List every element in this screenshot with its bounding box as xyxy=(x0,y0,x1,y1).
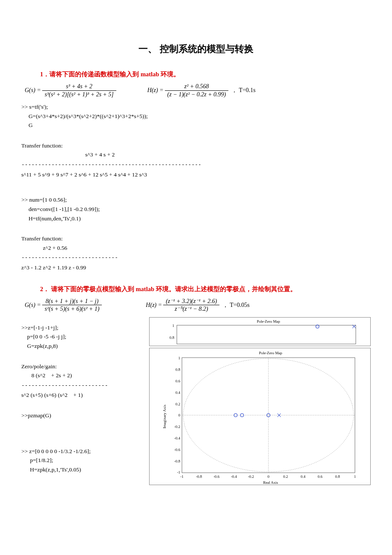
zpg-output: Zero/pole/gain: 8 (s^2 + 2s + 2) -------… xyxy=(21,362,149,400)
svg-text:1: 1 xyxy=(173,324,175,328)
x-axis-label: Real Axis xyxy=(263,480,278,485)
plot1-title: Pole-Zero Map xyxy=(257,319,280,324)
code-line: >> num=[1 0 0.56]; xyxy=(21,195,371,205)
eqH-tail: ， T=0.1s xyxy=(231,87,256,94)
zpg-sep: -------------------------- xyxy=(21,381,149,390)
svg-text:0.4: 0.4 xyxy=(300,474,306,479)
page-title: 一、 控制系统的模型与转换 xyxy=(21,43,371,55)
code-line: G=(s^3+4*s+2)/(s^3*(s^2+2)*((s^2+1)^3+2*… xyxy=(21,112,371,121)
code-line: >> z=[0 0 0 0 0 -1/3.2 -1/2.6]; xyxy=(21,447,149,456)
code-block-1: >> s=tf('s'); G=(s^3+4*s+2)/(s^3*(s^2+2)… xyxy=(21,102,371,130)
tf-label: Transfer function: xyxy=(21,234,371,243)
eqG2-lhs: G(s) = xyxy=(25,302,41,309)
eqG-num: s³ + 4s + 2 xyxy=(42,83,116,90)
eqH2-tail: ， T=0.05s xyxy=(222,301,250,309)
eqH-num: z² + 0.568 xyxy=(165,83,229,90)
eqH-lhs: H(z) = xyxy=(147,87,164,94)
svg-text:-0.2: -0.2 xyxy=(174,425,180,429)
svg-rect-0 xyxy=(177,325,356,344)
code-line: den=conv([1 -1],[1 -0.2 0.99]); xyxy=(21,205,371,214)
code-line: H=tf(num,den,'Ts',0.1) xyxy=(21,214,371,223)
svg-text:0.4: 0.4 xyxy=(176,390,181,395)
eqG-den: s³(s² + 2)[(s² + 1)³ + 2s + 5] xyxy=(42,90,116,98)
eqH2-num: (z⁻¹ + 3.2)(z⁻¹ + 2.6) xyxy=(163,298,219,305)
eqG2-num: 8(s + 1 + j)(s + 1 − j) xyxy=(42,298,102,305)
svg-text:-1: -1 xyxy=(177,470,181,474)
code-line: p=[1/8.2]; xyxy=(21,456,149,465)
eqH2-lhs: H(z) = xyxy=(146,302,162,309)
svg-text:0.8: 0.8 xyxy=(335,474,340,479)
svg-text:-0.8: -0.8 xyxy=(174,459,181,463)
svg-text:-0.4: -0.4 xyxy=(174,436,181,440)
eqH-den: (z − 1)(z² − 0.2z + 0.99) xyxy=(165,90,229,98)
svg-text:-0.2: -0.2 xyxy=(248,474,254,479)
eq-row-1: G(s) = s³ + 4s + 2 s³(s² + 2)[(s² + 1)³ … xyxy=(21,83,371,98)
svg-text:0.8: 0.8 xyxy=(176,367,181,372)
code-line: G=zpk(z,p,8) xyxy=(21,341,149,351)
tf-num: s^3 + 4 s + 2 xyxy=(85,150,371,159)
svg-text:0.6: 0.6 xyxy=(176,379,181,383)
eqG-lhs: G(s) = xyxy=(25,87,41,94)
tf-sep: ----------------------------- xyxy=(21,253,371,262)
code-block-2: >> num=[1 0 0.56]; den=conv([1 -1],[1 -0… xyxy=(21,195,371,223)
svg-text:-0.6: -0.6 xyxy=(213,474,220,479)
svg-text:0.6: 0.6 xyxy=(317,474,323,479)
tf-den: s^11 + 5 s^9 + 9 s^7 + 2 s^6 + 12 s^5 + … xyxy=(21,170,371,179)
svg-text:0: 0 xyxy=(179,413,181,417)
section2-heading: 2． 请将下面的零极点模型输入到 matlab 环境。请求出上述模型的零极点，并… xyxy=(40,285,371,293)
tf-sep: ----------------------------------------… xyxy=(21,160,371,169)
zpg-label: Zero/pole/gain: xyxy=(21,362,149,371)
code-line: >>z=[-1-j -1+j]; xyxy=(21,323,149,332)
pzmap-plot-main: Pole-Zero Map 1 0.8 0.6 0.4 0.2 0 -0.2 -… xyxy=(149,348,371,485)
pzmap-call: >>pzmap(G) xyxy=(21,411,149,420)
svg-text:0.2: 0.2 xyxy=(176,402,180,406)
svg-text:0: 0 xyxy=(268,474,270,479)
code-block-4: >> z=[0 0 0 0 0 -1/3.2 -1/2.6]; p=[1/8.2… xyxy=(21,447,149,474)
svg-text:1: 1 xyxy=(354,474,356,479)
tf-num: z^2 + 0.56 xyxy=(21,243,371,253)
plot2-title: Pole-Zero Map xyxy=(259,351,282,355)
svg-text:0.2: 0.2 xyxy=(283,474,288,479)
eqG2-den: s²(s + 5)(s + 6)(s² + 1) xyxy=(42,305,102,313)
code-block-3: >>z=[-1-j -1+j]; p=[0 0 -5 -6 -j j]; G=z… xyxy=(21,323,149,351)
eqH2-den: z⁻⁵(z⁻¹ − 8.2) xyxy=(163,305,219,313)
y-axis-label: Imaginary Axis xyxy=(162,404,167,428)
eq-row-2: G(s) = 8(s + 1 + j)(s + 1 − j) s²(s + 5)… xyxy=(21,298,371,313)
zpg-num: 8 (s^2 + 2s + 2) xyxy=(21,371,149,380)
tf-den: z^3 - 1.2 z^2 + 1.19 z - 0.99 xyxy=(21,263,371,272)
section1-heading: 1．请将下面的传递函数模型输入到 matlab 环境。 xyxy=(40,70,371,78)
code-line: >> s=tf('s'); xyxy=(21,102,371,112)
code-line: p=[0 0 -5 -6 -j j]; xyxy=(21,332,149,341)
svg-text:0.8: 0.8 xyxy=(170,335,175,340)
svg-text:1: 1 xyxy=(179,356,181,360)
tf-output-1: Transfer function: s^3 + 4 s + 2 -------… xyxy=(21,141,371,179)
svg-text:-0.4: -0.4 xyxy=(231,474,237,479)
code-line: G xyxy=(21,121,371,130)
zpg-den: s^2 (s+5) (s+6) (s^2 + 1) xyxy=(21,390,149,400)
pzmap-plot-top: Pole-Zero Map 1 0.8 xyxy=(149,317,371,346)
code-line: H=zpk(z,p,1,'Ts',0.05) xyxy=(21,465,149,474)
svg-text:-0.8: -0.8 xyxy=(196,474,202,479)
svg-text:-0.6: -0.6 xyxy=(174,448,181,452)
tf-label: Transfer function: xyxy=(21,141,371,150)
svg-text:-1: -1 xyxy=(180,474,184,479)
tf-output-2: Transfer function: z^2 + 0.56 ----------… xyxy=(21,234,371,272)
